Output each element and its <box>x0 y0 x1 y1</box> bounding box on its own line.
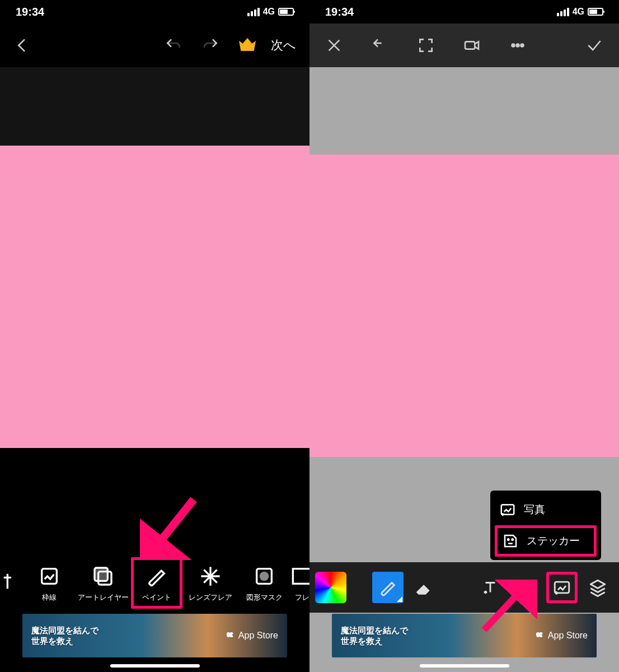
status-time: 19:34 <box>325 6 354 18</box>
svg-rect-15 <box>555 582 569 593</box>
add-popup: 写真 ステッカー <box>490 491 601 560</box>
ad-store: App Store <box>226 631 278 641</box>
status-bar: 19:34 4G <box>0 0 310 24</box>
battery-icon <box>588 8 603 16</box>
image-button[interactable] <box>546 572 578 603</box>
shape-button[interactable] <box>510 572 542 603</box>
tool-lensflare[interactable]: レンズフレア <box>184 556 237 610</box>
undo-button[interactable] <box>160 32 187 59</box>
top-toolbar <box>310 24 619 67</box>
svg-point-8 <box>517 44 519 47</box>
home-indicator <box>420 664 509 668</box>
tool-shapemask[interactable]: 図形マスク <box>237 556 291 610</box>
text-button[interactable] <box>475 572 506 603</box>
undo-button[interactable] <box>367 32 393 59</box>
bottom-tool-strip: 枠線 アートレイヤー ペイント レンズフレア 図形マスク フレ <box>0 553 310 613</box>
signal-icon <box>557 8 569 16</box>
tool-frame[interactable]: 枠線 <box>22 556 76 610</box>
battery-icon <box>278 8 294 16</box>
tool-partial-left[interactable] <box>0 556 22 610</box>
svg-rect-0 <box>42 569 57 584</box>
tool-label: 図形マスク <box>246 592 283 603</box>
more-button[interactable] <box>504 32 531 59</box>
canvas-top-black <box>0 67 310 146</box>
status-net: 4G <box>263 7 275 17</box>
tool-label: フレ <box>295 592 310 603</box>
status-net: 4G <box>573 7 584 17</box>
status-right: 4G <box>247 7 294 17</box>
back-button[interactable] <box>9 32 36 59</box>
svg-point-9 <box>521 44 524 47</box>
svg-rect-10 <box>501 505 514 515</box>
svg-rect-6 <box>465 41 475 49</box>
popup-photo[interactable]: 写真 <box>495 494 597 525</box>
ad-line2: 世界を救え <box>341 636 408 647</box>
paint-toolbar <box>310 562 619 613</box>
svg-point-12 <box>512 539 514 540</box>
redo-button[interactable] <box>197 32 224 59</box>
ad-line1: 魔法同盟を結んで <box>341 625 408 636</box>
layers-button[interactable] <box>582 572 613 603</box>
ad-store: App Store <box>536 631 588 641</box>
canvas-pink[interactable] <box>0 146 310 448</box>
tool-label: ペイント <box>142 592 171 603</box>
ad-text: 魔法同盟を結んで 世界を救え <box>341 625 408 647</box>
svg-rect-5 <box>293 569 310 584</box>
tool-label: レンズフレア <box>189 592 232 603</box>
confirm-button[interactable] <box>581 32 608 59</box>
popup-label: ステッカー <box>527 534 580 548</box>
eraser-button[interactable] <box>408 572 439 603</box>
tool-paint[interactable]: ペイント <box>130 556 184 610</box>
svg-point-7 <box>512 44 515 47</box>
ad-text: 魔法同盟を結んで 世界を救え <box>31 625 99 647</box>
right-phone: 19:34 4G 写真 ステッカー <box>310 0 619 672</box>
tool-partial-right[interactable]: フレ <box>291 556 310 610</box>
ad-line2: 世界を救え <box>31 636 99 647</box>
ad-banner[interactable]: 魔法同盟を結んで 世界を救え App Store <box>332 614 597 657</box>
status-time: 19:34 <box>16 6 44 18</box>
tool-artlayer[interactable]: アートレイヤー <box>76 556 130 610</box>
video-button[interactable] <box>458 32 485 59</box>
svg-point-11 <box>508 539 509 540</box>
popup-sticker[interactable]: ステッカー <box>495 525 597 557</box>
signal-icon <box>247 8 260 16</box>
tool-label: 枠線 <box>42 592 57 603</box>
canvas-top-gray <box>310 67 619 155</box>
svg-rect-1 <box>95 568 107 581</box>
canvas-pink[interactable] <box>310 155 619 457</box>
next-button[interactable]: 次へ <box>271 37 301 54</box>
color-picker[interactable] <box>315 572 346 603</box>
ad-banner[interactable]: 魔法同盟を結んで 世界を救え App Store <box>22 614 287 657</box>
popup-label: 写真 <box>524 502 545 517</box>
top-toolbar: 次へ <box>0 24 310 67</box>
tool-label: アートレイヤー <box>78 592 129 603</box>
home-indicator <box>110 664 200 668</box>
status-bar: 19:34 4G <box>310 0 619 24</box>
brush-button[interactable] <box>372 572 404 603</box>
status-right: 4G <box>557 7 603 17</box>
left-phone: 19:34 4G 次へ 枠線 アートレイヤー ペイント <box>0 0 310 672</box>
svg-point-14 <box>526 587 533 595</box>
close-button[interactable] <box>321 32 348 59</box>
fullscreen-button[interactable] <box>412 32 439 59</box>
crown-icon[interactable] <box>234 32 261 59</box>
ad-line1: 魔法同盟を結んで <box>31 625 99 636</box>
svg-point-4 <box>260 572 269 581</box>
